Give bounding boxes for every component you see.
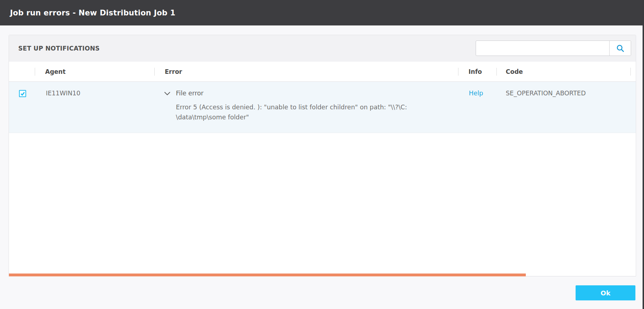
agent-name: IE11WIN10 [46,88,80,98]
error-table-row[interactable]: IE11WIN10 File error Error 5 (Access is … [9,82,636,133]
error-detail-line: Error 5 (Access is denied. ): "unable to… [176,102,407,112]
error-detail-line: \data\tmp\some folder" [176,112,407,122]
dialog-titlebar: Job run errors - New Distribution Job 1 [0,0,644,25]
column-divider [496,68,497,76]
window-edge [643,0,644,309]
search-icon [616,44,625,53]
column-header-error[interactable]: Error [165,68,182,75]
column-divider [458,68,458,76]
column-divider [35,68,35,76]
section-title: SET UP NOTIFICATIONS [18,45,100,52]
table-header: Agent Error Info Code [9,62,636,82]
progress-bar [9,274,526,276]
ok-button[interactable]: Ok [576,285,635,300]
error-detail: Error 5 (Access is denied. ): "unable to… [176,102,407,122]
row-checkbox[interactable] [19,90,26,97]
errors-panel: SET UP NOTIFICATIONS Agent Error Info Co… [9,35,636,276]
search-button[interactable] [609,41,631,56]
dialog-title: Job run errors - New Distribution Job 1 [10,9,176,17]
error-code: SE_OPERATION_ABORTED [506,88,586,98]
column-header-code[interactable]: Code [506,68,523,75]
search-box [476,41,631,56]
error-type: File error [176,88,203,98]
column-header-info[interactable]: Info [468,68,482,75]
column-header-agent[interactable]: Agent [45,68,66,75]
checkmark-icon [20,91,25,96]
search-input[interactable] [476,41,609,56]
column-divider [630,68,631,76]
panel-header: SET UP NOTIFICATIONS [9,35,636,62]
chevron-down-icon[interactable] [164,91,170,98]
column-divider [154,68,155,76]
help-link[interactable]: Help [469,88,483,98]
